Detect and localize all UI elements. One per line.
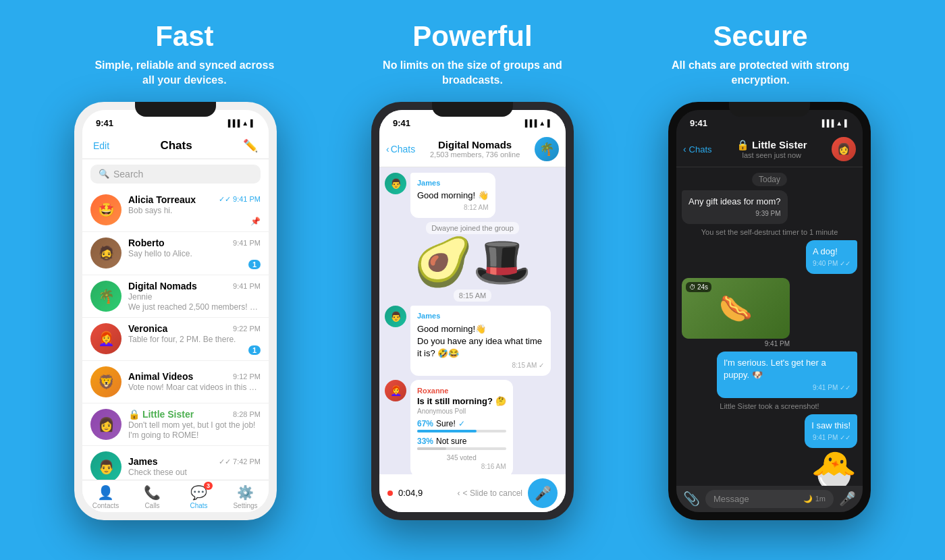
list-item[interactable]: 👩 🔒 Little Sister 8:28 PM Don't tell mom… bbox=[82, 403, 269, 446]
phone1-screen: 9:41 ▐▐▐ ▲ ▌ Edit Chats ✏️ 🔍 Search bbox=[82, 110, 269, 512]
poll-sender: Roxanne bbox=[417, 387, 506, 395]
chat-content: Veronica 9:22 PM Table for four, 2 PM. B… bbox=[128, 323, 261, 355]
list-item[interactable]: 🌴 Digital Nomads 9:41 PM Jennie We just … bbox=[82, 275, 269, 318]
avatar: 👨 bbox=[385, 173, 406, 194]
message-text: Good morning!👋Do you have any idea what … bbox=[417, 323, 544, 360]
phone3-screen: 9:41 ▐▐▐ ▲ ▌ ‹ Chats 🔒 Little Sister la bbox=[676, 110, 863, 512]
feature-powerful-subtitle: No limits on the size of groups and broa… bbox=[378, 58, 567, 88]
avatar: 👩 bbox=[90, 409, 122, 440]
avatar: 👨 bbox=[385, 306, 406, 327]
phone-chats-list: 9:41 ▐▐▐ ▲ ▌ Edit Chats ✏️ 🔍 Search bbox=[74, 102, 277, 520]
chevron-left-icon: ‹ bbox=[386, 144, 389, 155]
phone2-notch bbox=[432, 102, 513, 117]
date-separator: Today bbox=[752, 173, 787, 186]
phone3-notch bbox=[729, 102, 810, 117]
phone2-screen: 9:41 ▐▐▐ ▲ ▌ ‹ Chats Digital Nomads 2,50… bbox=[379, 110, 566, 512]
poll-type: Anonymous Poll bbox=[417, 408, 506, 415]
avatar: 🦁 bbox=[90, 366, 122, 397]
list-item[interactable]: 🧔 Roberto 9:41 PM Say hello to Alice. 1 bbox=[82, 232, 269, 275]
unread-badge: 1 bbox=[248, 345, 261, 355]
feature-secure-subtitle: All chats are protected with strong encr… bbox=[666, 58, 855, 88]
calls-icon: 📞 bbox=[144, 484, 161, 501]
attach-icon[interactable]: 📎 bbox=[683, 491, 700, 507]
chevron-left-icon: ‹ bbox=[683, 144, 686, 155]
back-button[interactable]: ‹ Chats bbox=[683, 144, 712, 155]
message-bubble: James Good morning!👋Do you have any idea… bbox=[410, 306, 551, 376]
chat-content: James ✓✓ 7:42 PM Check these out bbox=[128, 456, 261, 477]
moon-icon: 🌙 bbox=[803, 495, 813, 503]
phone1-notch bbox=[135, 102, 216, 117]
chat-list: 🤩 Alicia Torreaux ✓✓ 9:41 PM Bob says hi… bbox=[82, 189, 269, 480]
tab-contacts[interactable]: 👤 Contacts bbox=[82, 484, 129, 509]
contacts-icon: 👤 bbox=[97, 484, 114, 501]
tab-calls[interactable]: 📞 Calls bbox=[129, 484, 176, 509]
feature-powerful-title: Powerful bbox=[412, 20, 532, 53]
timed-image: 🌭 ⏱ 24s 9:41 PM bbox=[682, 278, 790, 347]
feature-fast-subtitle: Simple, reliable and synced across all y… bbox=[90, 58, 279, 88]
message-input[interactable]: Message 🌙 1m bbox=[705, 490, 834, 508]
dark-messages-area: Today Any gift ideas for mom? 9:39 PM Yo… bbox=[676, 167, 863, 486]
message-time: 9:39 PM bbox=[688, 209, 781, 219]
group-sub: 2,503 members, 736 online bbox=[419, 150, 531, 159]
contact-info: 🔒 Little Sister last seen just now bbox=[716, 139, 828, 159]
phones-row: 9:41 ▐▐▐ ▲ ▌ Edit Chats ✏️ 🔍 Search bbox=[0, 102, 945, 560]
back-button[interactable]: ‹ Chats bbox=[386, 144, 415, 155]
phone-group-chat: 9:41 ▐▐▐ ▲ ▌ ‹ Chats Digital Nomads 2,50… bbox=[371, 102, 574, 520]
timer-display: 🌙 1m bbox=[803, 495, 826, 503]
edit-chats-button[interactable]: Edit bbox=[93, 140, 109, 151]
record-bar: 0:04,9 ‹ < Slide to cancel 🎤 bbox=[379, 474, 566, 512]
message-text: Any gift ideas for mom? bbox=[688, 196, 781, 208]
tab-calls-label: Calls bbox=[144, 502, 159, 509]
chat-content: Animal Videos 9:12 PM Vote now! Moar cat… bbox=[128, 371, 261, 392]
sticker-sent: 🐣 bbox=[811, 452, 857, 486]
list-item[interactable]: 🤩 Alicia Torreaux ✓✓ 9:41 PM Bob says hi… bbox=[82, 189, 269, 232]
list-item[interactable]: 👨 James ✓✓ 7:42 PM Check these out bbox=[82, 446, 269, 480]
compose-icon[interactable]: ✏️ bbox=[243, 138, 258, 153]
message-bubble: I saw this! 9:41 PM ✓✓ bbox=[805, 414, 857, 448]
check-icon: ✓ bbox=[458, 419, 465, 428]
search-bar[interactable]: 🔍 Search bbox=[90, 165, 261, 184]
message-placeholder: Message bbox=[713, 494, 749, 504]
avatar: 🌴 bbox=[90, 281, 122, 312]
record-time: 0:04,9 bbox=[398, 488, 452, 498]
system-message: Dwayne joined the group bbox=[426, 222, 519, 234]
message-text: I'm serious. Let's get her a puppy. 🐶 bbox=[724, 357, 850, 381]
phone3-nav: ‹ Chats 🔒 Little Sister last seen just n… bbox=[676, 134, 863, 167]
phone3-time: 9:41 bbox=[690, 118, 707, 128]
list-item[interactable]: 🦁 Animal Videos 9:12 PM Vote now! Moar c… bbox=[82, 361, 269, 403]
phone1-status-icons: ▐▐▐ ▲ ▌ bbox=[225, 119, 255, 127]
unread-badge: 1 bbox=[248, 260, 261, 269]
feature-powerful: Powerful No limits on the size of groups… bbox=[331, 20, 614, 88]
tab-settings[interactable]: ⚙️ Settings bbox=[222, 484, 269, 509]
avatar: 👩‍🦰 bbox=[90, 323, 122, 354]
message-sender: James bbox=[417, 178, 489, 188]
record-indicator bbox=[387, 491, 393, 496]
poll-option: 33% Not sure bbox=[417, 437, 506, 450]
group-name: Digital Nomads bbox=[419, 139, 531, 150]
message-text: I saw this! bbox=[811, 420, 850, 432]
tab-chats[interactable]: 💬 3 Chats bbox=[176, 484, 222, 509]
chats-badge: 3 bbox=[204, 482, 213, 490]
contact-avatar: 👩 bbox=[832, 137, 856, 161]
phone3-status-icons: ▐▐▐ ▲ ▌ bbox=[819, 119, 849, 127]
poll-option: 67% Sure! ✓ bbox=[417, 419, 506, 432]
mic-icon[interactable]: 🎤 bbox=[839, 491, 856, 507]
contact-name: 🔒 Little Sister bbox=[716, 139, 828, 151]
search-placeholder: Search bbox=[113, 169, 143, 179]
tab-contacts-label: Contacts bbox=[92, 502, 119, 509]
avatar: 🤩 bbox=[90, 194, 122, 225]
message-bubble: I'm serious. Let's get her a puppy. 🐶 9:… bbox=[717, 352, 857, 397]
phone2-status-icons: ▐▐▐ ▲ ▌ bbox=[522, 119, 552, 127]
group-info: Digital Nomads 2,503 members, 736 online bbox=[419, 139, 531, 159]
mic-button[interactable]: 🎤 bbox=[528, 478, 558, 508]
timer-icon: ⏱ bbox=[689, 283, 696, 291]
list-item[interactable]: 👩‍🦰 Veronica 9:22 PM Table for four, 2 P… bbox=[82, 318, 269, 361]
chat-content: 🔒 Little Sister 8:28 PM Don't tell mom y… bbox=[128, 409, 261, 440]
message-bubble: James Good morning! 👋 8:12 AM bbox=[410, 173, 495, 219]
timer-badge: ⏱ 24s bbox=[686, 282, 711, 292]
chats-badge-wrap: 💬 3 bbox=[190, 484, 207, 501]
message-bubble: Any gift ideas for mom? 9:39 PM bbox=[682, 190, 788, 224]
header-row: Fast Simple, reliable and synced across … bbox=[0, 0, 945, 102]
message-time: 9:40 PM ✓✓ bbox=[813, 259, 850, 269]
message-sender: James bbox=[417, 311, 544, 321]
